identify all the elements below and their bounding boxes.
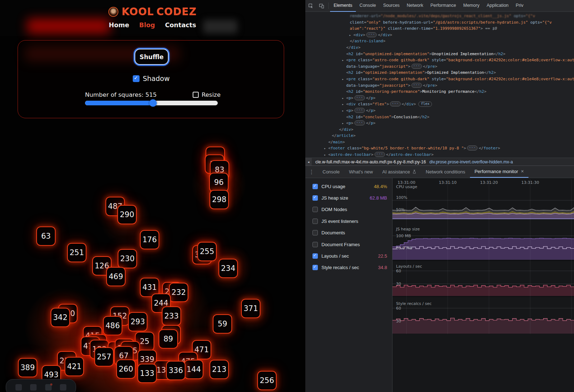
dom-node-line[interactable]: ▸<p>···</p> [305,120,574,126]
dom-node-line[interactable]: data-language="javascript">···</pre> [305,63,574,70]
flex-badge[interactable]: flex [418,101,432,107]
dom-node-line[interactable]: renderer-url="/node_modules/.vite/deps/@… [305,13,574,19]
metric-dom-nodes[interactable]: DOM Nodes [305,204,392,215]
tab-console[interactable]: Console [356,0,380,12]
toggle-device-toolbar-icon[interactable] [316,0,327,12]
dom-node-line[interactable]: ▸<pre class="astro-code github-dark" sty… [305,57,574,63]
metric-style-recalcs-sec[interactable]: Style recalcs / sec34.8 [305,262,392,273]
tab-application[interactable]: Application [483,0,512,12]
dom-node-line[interactable]: <h2 id="conclusion">Conclusion</h2> [305,114,574,120]
dom-node-line[interactable]: ▸<p>···</p> [305,107,574,114]
breadcrumb-item[interactable]: cle.w-full.md\:max-w-4xl.mx-auto.md\:px-… [315,159,426,164]
expand-ellipsis-icon[interactable]: ··· [354,108,365,113]
metric-document-frames[interactable]: Document Frames [305,239,392,250]
square-144: 144 [184,360,203,379]
drawer-tab-what-s-new[interactable]: What's new [344,166,378,178]
settings-icon[interactable] [60,384,66,391]
dom-node-line[interactable]: </article> [305,133,574,139]
metric-checkbox[interactable] [312,195,318,201]
squares-count-label: Number of squares: 515 [85,91,157,98]
metric-js-event-listeners[interactable]: JS event listeners [305,215,392,227]
dom-node-line[interactable]: ▸<div class="flex">···</div>flex [305,101,574,107]
chevron-left-icon[interactable]: ◂ [305,158,312,166]
metric-documents[interactable]: Documents [305,227,392,239]
metric-checkbox[interactable] [312,242,318,247]
nav-item-contacts[interactable]: Contacts [165,21,196,29]
tab-network[interactable]: Network [403,0,427,12]
expand-ellipsis-icon[interactable]: ··· [411,64,422,69]
tab-sources[interactable]: Sources [380,0,403,12]
metric-checkbox[interactable] [312,219,318,224]
expand-arrow-icon[interactable]: ▸ [324,145,328,152]
dom-node-line[interactable]: ▸<p>···</p> [305,95,574,101]
expand-ellipsis-icon[interactable]: ··· [354,120,365,125]
tab-priv[interactable]: Priv [512,0,527,12]
slider-thumb[interactable] [149,99,157,107]
punctuation: < [346,108,349,113]
expand-arrow-icon[interactable]: ▸ [342,76,346,83]
expand-arrow-icon[interactable]: ▸ [342,101,346,108]
dom-node-line[interactable]: </astro-island> [305,38,574,44]
expand-arrow-icon[interactable]: ▸ [342,120,346,127]
metric-layouts-sec[interactable]: Layouts / sec22.5 [305,250,392,262]
dom-node-line[interactable]: </div> [305,44,574,51]
metric-js-heap-size[interactable]: JS heap size62.8 MB [305,192,392,204]
dom-node-line[interactable]: client="only" before-hydration-url="/@id… [305,19,574,26]
elements-tree[interactable]: renderer-url="/node_modules/.vite/deps/@… [305,12,574,158]
expand-arrow-icon[interactable]: ▸ [342,108,346,114]
metric-checkbox[interactable] [312,207,318,212]
dom-node-line[interactable]: ▸<footer class="bg-white/5 border-t bord… [305,145,574,152]
dom-node-line[interactable]: <h2 id="optimized-implementation">Optimi… [305,70,574,76]
dom-node-line[interactable]: ▸<pre class="astro-code github-dark" sty… [305,76,574,82]
inspect-icon[interactable] [30,384,37,391]
dom-node-line[interactable]: alue":"react"}" client-render-time="1.19… [305,25,574,32]
tab-memory[interactable]: Memory [460,0,483,12]
astro-logo-icon[interactable] [15,384,22,391]
dom-node-line[interactable]: <h2 id="unoptimized-implementation">Unop… [305,51,574,57]
tag-name: div [349,102,356,106]
tab-performance[interactable]: Performance [427,0,460,12]
expand-ellipsis-icon[interactable]: ··· [390,101,400,106]
squares-count-slider[interactable] [85,101,218,105]
close-icon[interactable]: × [521,166,524,177]
breadcrumb-item[interactable]: div.prose.prose-invert.overflow-hidden.m… [429,159,513,164]
expand-arrow-icon[interactable]: ▸ [324,152,328,158]
astro-dev-toolbar[interactable] [6,379,76,392]
shadow-checkbox[interactable] [133,75,140,82]
drawer-tab-network-conditions[interactable]: Network conditions [421,166,470,178]
attribute-name: class [356,102,370,106]
dom-node-line[interactable]: ▸<div>···</div> [305,32,574,38]
metric-checkbox[interactable] [312,265,318,270]
audit-icon[interactable] [45,384,52,391]
attribute-value: "astro-code github-dark" [372,77,429,81]
drawer-tab-performance-monitor[interactable]: Performance monitor× [470,166,529,178]
kebab-menu-icon[interactable]: ⋮ [305,169,318,175]
shuffle-button[interactable]: Shuffle [135,49,169,65]
expand-arrow-icon[interactable]: ▸ [349,32,353,39]
tab-elements[interactable]: Elements [330,0,356,12]
dom-node-line[interactable]: <h2 id="monitoring-performance">Monitori… [305,89,574,95]
resize-checkbox[interactable] [193,92,199,98]
dom-node-line[interactable]: </div> [305,126,574,133]
tag-name: footer [331,146,345,150]
expand-ellipsis-icon[interactable]: ··· [366,32,377,37]
dom-node-line[interactable]: </main> [305,139,574,145]
expand-ellipsis-icon[interactable]: ··· [467,145,477,150]
expand-ellipsis-icon[interactable]: ··· [375,152,385,157]
metric-checkbox[interactable] [312,253,318,259]
dom-node-line[interactable]: ▸<astro-dev-toolbar>···</astro-dev-toolb… [305,152,574,158]
expand-ellipsis-icon[interactable]: ··· [354,95,365,100]
inspect-element-icon[interactable] [305,0,316,12]
drawer-tab-ai-assistance[interactable]: AI assistance [378,166,421,178]
expand-arrow-icon[interactable]: ▸ [342,57,346,64]
nav-item-blog[interactable]: Blog [139,21,155,29]
expand-ellipsis-icon[interactable]: ··· [411,83,422,88]
dom-node-line[interactable]: data-language="javascript">···</pre> [305,82,574,89]
metric-cpu-usage[interactable]: CPU usage48.4% [305,181,392,192]
metric-checkbox[interactable] [312,184,318,189]
expand-arrow-icon[interactable]: ▸ [342,95,346,102]
metric-checkbox[interactable] [312,230,318,235]
square-260: 260 [116,359,136,379]
nav-item-home[interactable]: Home [109,21,129,29]
drawer-tab-console[interactable]: Console [318,166,344,178]
